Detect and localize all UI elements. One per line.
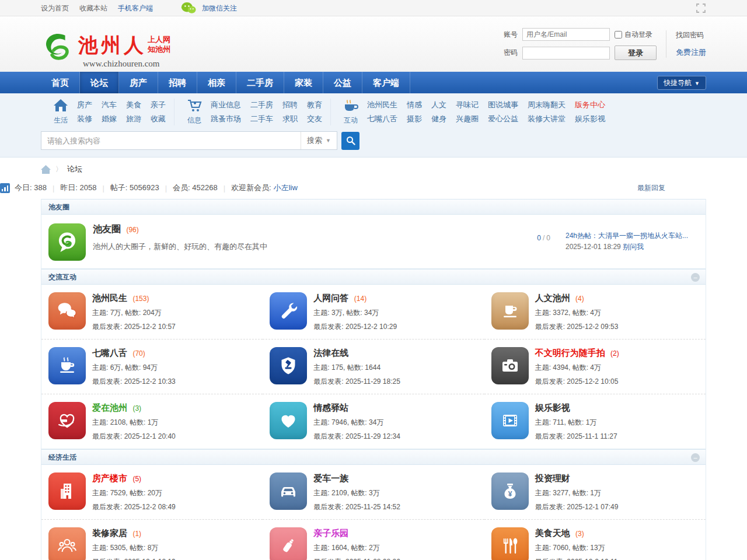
nav-tab-forum[interactable]: 论坛 xyxy=(80,72,119,93)
mobile-client-link[interactable]: 手机客户端 xyxy=(118,4,153,13)
forum-icon[interactable]: ¥ xyxy=(491,473,529,510)
forum-icon[interactable] xyxy=(270,347,307,384)
forum-icon[interactable] xyxy=(491,527,529,560)
subnav-link[interactable]: 交友 xyxy=(307,113,322,125)
subnav-link[interactable]: 情感 xyxy=(407,99,422,111)
subnav-link[interactable]: 娱乐影视 xyxy=(575,113,605,125)
nav-tab-usedhouse[interactable]: 二手房 xyxy=(236,72,284,93)
forum-icon[interactable] xyxy=(48,402,86,439)
forum-icon[interactable] xyxy=(48,292,86,330)
nav-tab-client[interactable]: 客户端 xyxy=(362,72,410,93)
search-input[interactable] xyxy=(41,136,301,145)
newest-member-link[interactable]: 小左liw xyxy=(274,183,298,193)
subnav-link[interactable]: 健身 xyxy=(431,113,446,125)
circle-forum-icon[interactable] xyxy=(48,223,86,261)
login-button[interactable]: 登录 xyxy=(615,46,657,60)
forum-icon[interactable] xyxy=(491,292,529,330)
subnav-link[interactable]: 商业信息 xyxy=(211,99,241,111)
subnav-link[interactable]: 汽车 xyxy=(102,99,117,111)
find-password-link[interactable]: 找回密码 xyxy=(676,30,706,40)
subnav-link[interactable]: 亲子 xyxy=(151,99,166,111)
forum-name[interactable]: 情感驿站 xyxy=(313,402,348,412)
nav-tab-realestate[interactable]: 房产 xyxy=(119,72,158,93)
nav-tab-home[interactable]: 首页 xyxy=(41,72,80,93)
subnav-link[interactable]: 求职 xyxy=(282,113,298,125)
forum-name[interactable]: 房产楼市 xyxy=(92,473,127,483)
subnav-link[interactable]: 二手车 xyxy=(250,113,273,125)
forum-name[interactable]: 爱在池州 xyxy=(92,402,127,412)
subnav-link[interactable]: 周末嗨翻天 xyxy=(528,99,566,111)
forum-icon[interactable] xyxy=(48,347,86,384)
forum-icon[interactable] xyxy=(270,527,307,560)
subnav-link[interactable]: 摄影 xyxy=(407,113,422,125)
subnav-link[interactable]: 婚嫁 xyxy=(102,113,117,125)
subnav-link-moderation[interactable]: 版务中心 xyxy=(575,99,605,111)
collapse-button[interactable]: – xyxy=(691,453,700,462)
subnav-link[interactable]: 寻味记 xyxy=(456,99,479,111)
bookmark-site-link[interactable]: 收藏本站 xyxy=(79,4,107,13)
forum-name[interactable]: 投资理财 xyxy=(535,473,570,483)
forum-name[interactable]: 人网问答 xyxy=(313,293,348,303)
subnav-link[interactable]: 人文 xyxy=(431,99,446,111)
subnav-link[interactable]: 教育 xyxy=(307,99,322,111)
lastpost-user-link[interactable]: 别问我 xyxy=(623,243,644,251)
category-header-circle: 池友圈 xyxy=(41,199,706,215)
home-breadcrumb-icon[interactable] xyxy=(41,165,51,174)
forum-name[interactable]: 爱车一族 xyxy=(313,473,348,483)
latest-reply-link[interactable]: 最新回复 xyxy=(637,183,665,193)
forum-icon[interactable] xyxy=(270,292,307,330)
nav-tab-dating[interactable]: 相亲 xyxy=(197,72,236,93)
forum-name[interactable]: 法律在线 xyxy=(313,348,348,358)
wechat-icon[interactable] xyxy=(181,1,196,15)
fullscreen-icon[interactable] xyxy=(696,3,706,13)
subnav-link[interactable]: 爱心公益 xyxy=(488,113,518,125)
subnav-link[interactable]: 招聘 xyxy=(282,99,298,111)
subnav-group-label: 互动 xyxy=(339,116,362,125)
subnav-link[interactable]: 七嘴八舌 xyxy=(367,113,397,125)
subnav-link[interactable]: 旅游 xyxy=(126,113,141,125)
subnav-link[interactable]: 收藏 xyxy=(151,113,166,125)
forum-name[interactable]: 不文明行为随手拍 xyxy=(535,348,605,358)
forum-name[interactable]: 池州民生 xyxy=(92,293,127,303)
subnav-link[interactable]: 池州民生 xyxy=(367,99,397,111)
category-title[interactable]: 经济生活 xyxy=(48,453,76,461)
subnav-link[interactable]: 兴趣圈 xyxy=(456,113,479,125)
password-input[interactable] xyxy=(522,47,610,60)
forum-icon[interactable] xyxy=(270,402,307,439)
set-homepage-link[interactable]: 设为首页 xyxy=(41,4,69,13)
circle-forum-name[interactable]: 池友圈 xyxy=(93,224,121,234)
search-button[interactable] xyxy=(341,132,359,150)
nav-tab-jobs[interactable]: 招聘 xyxy=(158,72,197,93)
forum-icon[interactable] xyxy=(48,527,86,560)
category-title[interactable]: 池友圈 xyxy=(48,203,69,211)
forum-name[interactable]: 七嘴八舌 xyxy=(92,348,127,358)
hot-post-link[interactable]: 24h热帖：大清早一瘸一拐地从火车站... xyxy=(566,232,688,240)
subnav-link[interactable]: 跳蚤市场 xyxy=(211,113,241,125)
forum-icon[interactable] xyxy=(491,347,529,384)
register-link[interactable]: 免费注册 xyxy=(676,47,706,58)
forum-icon[interactable] xyxy=(491,402,529,439)
quick-nav-button[interactable]: 快捷导航▼ xyxy=(657,76,706,90)
subnav-link[interactable]: 装修大讲堂 xyxy=(528,113,566,125)
category-title[interactable]: 交流互动 xyxy=(48,273,76,281)
site-logo[interactable]: 池州人 上人网知池州 www.chizhouren.com xyxy=(41,26,170,62)
subnav-link[interactable]: 二手房 xyxy=(250,99,273,111)
subnav-link[interactable]: 装修 xyxy=(77,113,92,125)
search-scope-select[interactable]: 搜索▼ xyxy=(301,132,337,149)
forum-icon[interactable] xyxy=(48,473,86,510)
nav-tab-charity[interactable]: 公益 xyxy=(323,72,362,93)
subnav-link[interactable]: 房产 xyxy=(77,99,92,111)
forum-name[interactable]: 亲子乐园 xyxy=(313,528,348,538)
forum-name[interactable]: 装修家居 xyxy=(92,528,127,538)
forum-name[interactable]: 人文池州 xyxy=(535,293,570,303)
collapse-button[interactable]: – xyxy=(691,273,700,282)
forum-name[interactable]: 娱乐影视 xyxy=(535,402,570,412)
wechat-follow-link[interactable]: 加微信关注 xyxy=(202,4,237,13)
auto-login-checkbox[interactable] xyxy=(615,31,622,38)
forum-name[interactable]: 美食天地 xyxy=(535,528,570,538)
forum-icon[interactable] xyxy=(270,473,307,510)
subnav-link[interactable]: 图说城事 xyxy=(488,99,518,111)
nav-tab-homedecor[interactable]: 家装 xyxy=(284,72,323,93)
subnav-link[interactable]: 美食 xyxy=(126,99,141,111)
account-input[interactable] xyxy=(522,28,610,41)
